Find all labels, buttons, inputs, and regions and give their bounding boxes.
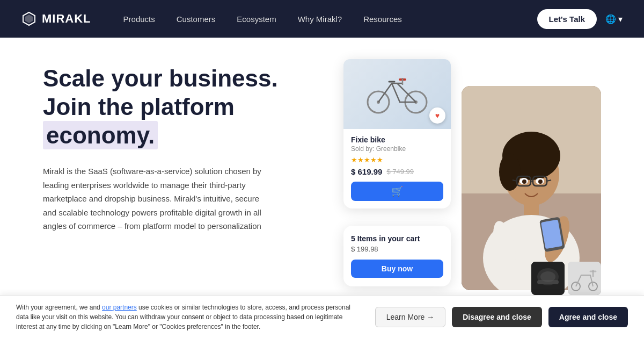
nav-links: Products Customers Ecosystem Why Mirakl?… xyxy=(123,15,537,24)
cart-card: 5 Items in your cart $ 199.98 Buy now xyxy=(343,226,451,286)
helmet-svg xyxy=(531,262,565,295)
main-content: Scale your business. Join the platform e… xyxy=(0,38,644,295)
hero-title-line1: Scale your business. xyxy=(43,65,278,91)
price-original: $ 749.99 xyxy=(386,168,414,176)
cart-price: $ 199.98 xyxy=(351,245,443,253)
thumbnail-helmet xyxy=(531,262,565,295)
cookie-buttons: Learn More → Disagree and close Agree an… xyxy=(375,307,628,327)
logo-text: MIRAKL xyxy=(42,12,91,26)
nav-ecosystem[interactable]: Ecosystem xyxy=(237,15,276,24)
cart-icon: 🛒 xyxy=(391,185,403,197)
language-selector[interactable]: 🌐 ▾ xyxy=(605,14,623,24)
hero-title-line2: Join the platform xyxy=(43,94,235,120)
svg-point-30 xyxy=(540,271,555,282)
disagree-close-button[interactable]: Disagree and close xyxy=(452,307,542,327)
hero-right: ♥ Fixie bike Sold by: Greenbike ★★★★★ $ … xyxy=(333,59,601,295)
person-photo xyxy=(462,86,601,290)
svg-rect-13 xyxy=(524,202,539,215)
hero-title-line3: economy. xyxy=(43,121,158,149)
cart-title: 5 Items in your cart xyxy=(351,234,443,243)
wishlist-button[interactable]: ♥ xyxy=(429,107,445,124)
price-row: $ 619.99 $ 749.99 xyxy=(351,167,443,176)
nav-customers[interactable]: Customers xyxy=(177,15,216,24)
product-seller: Sold by: Greenbike xyxy=(351,145,443,153)
bike-illustration xyxy=(365,70,429,118)
hero-description: Mirakl is the SaaS (software-as-a-servic… xyxy=(43,164,268,233)
buy-now-button[interactable]: Buy now xyxy=(351,260,443,278)
navbar: MIRAKL Products Customers Ecosystem Why … xyxy=(0,0,644,38)
scooter-svg xyxy=(568,262,601,295)
product-name: Fixie bike xyxy=(351,135,443,144)
logo[interactable]: MIRAKL xyxy=(21,11,91,26)
product-stars: ★★★★★ xyxy=(351,156,443,164)
lets-talk-button[interactable]: Let's Talk xyxy=(537,9,597,29)
svg-point-21 xyxy=(522,179,526,184)
logo-icon xyxy=(21,11,36,26)
heart-icon: ♥ xyxy=(435,111,440,120)
agree-close-button[interactable]: Agree and close xyxy=(548,307,628,327)
nav-products[interactable]: Products xyxy=(123,15,155,24)
our-partners-link[interactable]: our partners xyxy=(102,304,137,311)
product-info: Fixie bike Sold by: Greenbike ★★★★★ $ 61… xyxy=(343,129,451,208)
person-svg xyxy=(462,86,601,290)
svg-point-22 xyxy=(538,179,543,184)
price-current: $ 619.99 xyxy=(351,167,382,176)
nav-why-mirakl[interactable]: Why Mirakl? xyxy=(298,15,342,24)
thumbnail-row xyxy=(531,262,601,295)
learn-more-button[interactable]: Learn More → xyxy=(375,307,445,327)
cookie-banner: With your agreement, we and our partners… xyxy=(0,295,644,338)
person-silhouette xyxy=(462,86,601,290)
nav-actions: Let's Talk 🌐 ▾ xyxy=(537,9,623,29)
add-to-cart-button[interactable]: 🛒 xyxy=(351,182,443,201)
product-image: ♥ xyxy=(343,59,451,129)
hero-title: Scale your business. Join the platform e… xyxy=(43,64,301,149)
cookie-text: With your agreement, we and our partners… xyxy=(16,303,364,332)
nav-resources[interactable]: Resources xyxy=(363,15,402,24)
globe-icon: 🌐 xyxy=(605,14,616,24)
hero-left: Scale your business. Join the platform e… xyxy=(43,59,301,295)
chevron-down-icon: ▾ xyxy=(618,14,623,24)
cookie-text-before-link: With your agreement, we and xyxy=(16,304,102,311)
product-card: ♥ Fixie bike Sold by: Greenbike ★★★★★ $ … xyxy=(343,59,451,208)
thumbnail-scooter xyxy=(568,262,601,295)
